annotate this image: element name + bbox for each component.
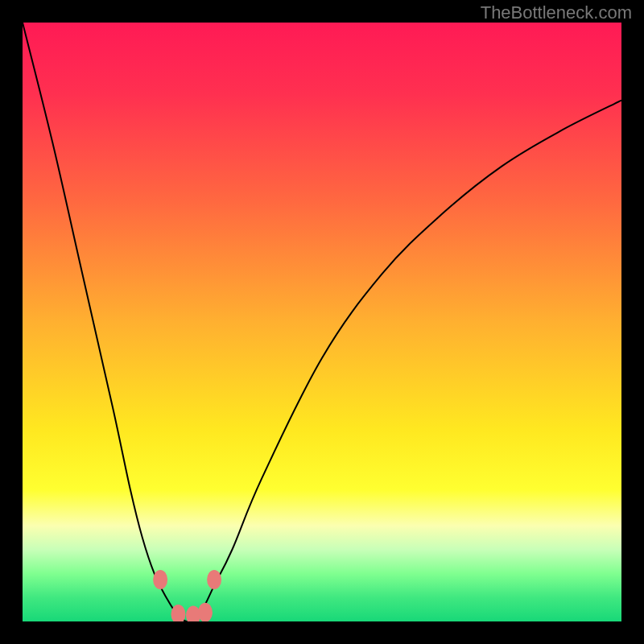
data-marker [153,570,167,589]
data-marker [207,570,221,589]
chart-svg [23,23,621,621]
chart-area [23,23,621,621]
gradient-background [23,23,621,621]
data-marker [198,603,213,621]
watermark-text: TheBottleneck.com [481,2,632,23]
